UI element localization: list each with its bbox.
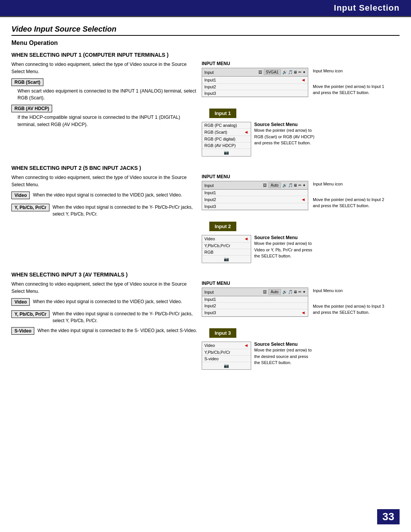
section3-source-row3: S-video — [202, 356, 251, 362]
section2-input-menu-label: INPUT MENU — [202, 174, 400, 179]
section1-row3-label: Input3 — [204, 91, 306, 96]
badge-rgb-avhdcp-desc: If the HDCP-compatible signal source is … — [11, 114, 198, 128]
section1-row-input2: Input2 — [202, 84, 308, 90]
section3-menu-box: Input 🖼 Auto 🔊 🎵 🖥 ✏ ✦ Input1 — [202, 288, 308, 317]
section1-menu-value: SVGA1 — [264, 69, 281, 75]
section2-menu-header-right: 🖼 Auto 🔊 🎵 🖥 ✏ ✦ — [263, 182, 306, 188]
section3-text: When connecting to video equipment, sele… — [11, 281, 198, 295]
section2-annotations: Input Menu icon Move the pointer (red ar… — [313, 181, 389, 209]
section3-source-menu-box: Video ◄ Y,Pb/Cb,Pr/Cr S-video 📷 — [202, 342, 251, 370]
section3-source-label2: Y,Pb/Cb,Pr/Cr — [204, 350, 249, 355]
section1-title: WHEN SELECTING INPUT 1 (COMPUTER INPUT T… — [11, 52, 400, 58]
badge-rgb-avhdcp: RGB (AV HDCP) — [11, 105, 52, 112]
section1-input-menu: INPUT MENU Input 🖼 SVGA1 🔊 🎵 🖥 ✏ ✦ — [202, 61, 400, 99]
section1-left: When connecting to video equipment, sele… — [11, 61, 198, 157]
section1-menu-header-label: Input — [204, 70, 213, 75]
badge3-ypb-desc: When the video input signal is connected… — [53, 310, 198, 324]
section1-source-icon-row: 📷 — [202, 149, 251, 156]
section1-menu-icons: 🔊 🎵 🖥 ✏ ✦ — [282, 70, 306, 74]
section3-row-input1: Input1 — [202, 296, 308, 303]
section2-source-row2: Y,Pb/Cb,Pr/Cr — [202, 243, 251, 249]
section2-right: INPUT MENU Input 🖼 Auto 🔊 🎵 🖥 ✏ ✦ — [202, 174, 400, 263]
section1-right: INPUT MENU Input 🖼 SVGA1 🔊 🎵 🖥 ✏ ✦ — [202, 61, 400, 157]
section1-text: When connecting to video equipment, sele… — [11, 61, 198, 75]
section1-annotations: Input Menu icon Move the pointer (red ar… — [313, 68, 389, 96]
section2-source-label3: RGB — [204, 250, 249, 254]
section3-title: WHEN SELECTING INPUT 3 (AV TERMINALS ) — [11, 272, 400, 278]
section2-source-row3: RGB — [202, 249, 251, 256]
section3-input-menu: INPUT MENU Input 🖼 Auto 🔊 🎵 🖥 ✏ ✦ — [202, 281, 400, 318]
section2-source-menu-box: Video ◄ Y,Pb/Cb,Pr/Cr RGB 📷 — [202, 235, 251, 263]
section2-source-desc: Move the pointer (red arrow) to Video or… — [254, 240, 315, 259]
section1-source-row1: RGB (PC analog) — [202, 122, 251, 129]
section3-row1-label: Input1 — [204, 297, 306, 302]
section2-menu-box: Input 🖼 Auto 🔊 🎵 🖥 ✏ ✦ Input1 — [202, 181, 308, 210]
section3-menu-icon: 🖼 — [263, 290, 267, 294]
section3-annotation1: Input Menu icon — [313, 288, 389, 294]
section2-menu-icon: 🖼 — [263, 183, 267, 187]
section3-source-icon-row: 📷 — [202, 362, 251, 369]
section3-menu-header-label: Input — [204, 290, 213, 294]
section1-source-label4: RGB (AV HDCP) — [204, 143, 249, 148]
section2-menu-value: Auto — [268, 182, 281, 188]
section1-menu-header-right: 🖼 SVGA1 🔊 🎵 🖥 ✏ ✦ — [258, 69, 306, 75]
section2-source-label1: Video — [204, 236, 242, 241]
section2-annotation2: Move the pointer (red arrow) to Input 2 … — [313, 197, 389, 209]
section2-source-menu-label: Source Select Menu — [254, 235, 315, 240]
section1-row1-label: Input1 — [204, 78, 299, 82]
badge2-ypb: Y, Pb/Cb, Pr/Cr — [11, 204, 49, 211]
section1-layout: When connecting to video equipment, sele… — [11, 61, 400, 157]
section2-row2-label: Input2 — [204, 197, 299, 202]
section3-input-menu-label: INPUT MENU — [202, 281, 400, 286]
section1-source-arrow: ◄ — [244, 129, 249, 135]
section2-row1-label: Input1 — [204, 190, 306, 195]
section3-sub-diagram: Input 3 Video ◄ Y,Pb/Cb,Pr/Cr S-video — [202, 326, 400, 370]
section-input2: WHEN SELECTING INPUT 2 (5 BNC INPUT JACK… — [11, 165, 400, 263]
section1-menu-icon: 🖼 — [258, 70, 262, 74]
section3-menu-header-right: 🖼 Auto 🔊 🎵 🖥 ✏ ✦ — [263, 289, 306, 295]
section1-source-label2: RGB (Scart) — [204, 130, 242, 134]
section1-source-desc: Move the pointer (red arrow) to RGB (Sca… — [254, 127, 315, 146]
menu-operation-title: Menu Operation — [11, 40, 400, 46]
section1-source-row3: RGB (PC digital) — [202, 136, 251, 142]
badge-rgb-scart: RGB (Scart) — [11, 78, 43, 86]
section1-menu-box: Input 🖼 SVGA1 🔊 🎵 🖥 ✏ ✦ Input1 ◄ — [202, 68, 308, 97]
section-input1: WHEN SELECTING INPUT 1 (COMPUTER INPUT T… — [11, 52, 400, 157]
section3-source-menu-wrapper: Video ◄ Y,Pb/Cb,Pr/Cr S-video 📷 — [202, 342, 315, 370]
page-header: Input Selection — [0, 0, 411, 17]
section2-row-input3: Input3 — [202, 203, 308, 210]
section3-row-input3: Input3 ◄ — [202, 309, 308, 316]
section1-annotation1: Input Menu icon — [313, 68, 389, 74]
badge3-video: Video — [11, 298, 30, 306]
badge2-video: Video — [11, 192, 30, 199]
section1-source-row2: RGB (Scart) ◄ — [202, 129, 251, 136]
section2-diagram-area: Input 🖼 Auto 🔊 🎵 🖥 ✏ ✦ Input1 — [202, 181, 400, 210]
badge2-video-desc: When the video input signal is connected… — [33, 192, 182, 198]
section3-diagram-area: Input 🖼 Auto 🔊 🎵 🖥 ✏ ✦ Input1 — [202, 288, 400, 317]
badge3-svideo: S-Video — [11, 327, 34, 335]
section3-annotation2: Move the pointer (red arrow) to Input 3 … — [313, 303, 389, 316]
source-camera-icon1: 📷 — [224, 150, 229, 155]
section1-source-label3: RGB (PC digital) — [204, 137, 249, 141]
section3-row3-label: Input3 — [204, 310, 299, 315]
section3-source-annotation: Source Select Menu Move the pointer (red… — [254, 342, 315, 366]
source-camera-icon2: 📷 — [224, 257, 229, 262]
section3-source-row1: Video ◄ — [202, 342, 251, 349]
section-input3: WHEN SELECTING INPUT 3 (AV TERMINALS ) W… — [11, 272, 400, 370]
section3-left: When connecting to video equipment, sele… — [11, 281, 198, 370]
section3-source-row2: Y,Pb/Cb,Pr/Cr — [202, 349, 251, 356]
section2-source-row1: Video ◄ — [202, 235, 251, 243]
page-number: 33 — [377, 509, 400, 524]
section1-menu-header: Input 🖼 SVGA1 🔊 🎵 🖥 ✏ ✦ — [202, 68, 308, 77]
section2-annotation1: Input Menu icon — [313, 181, 389, 187]
section3-source-label1: Video — [204, 343, 242, 348]
section1-diagram-area: Input 🖼 SVGA1 🔊 🎵 🖥 ✏ ✦ Input1 ◄ — [202, 68, 400, 97]
section2-source-arrow: ◄ — [244, 236, 249, 241]
section3-menu-value: Auto — [268, 289, 281, 295]
section3-input-bubble: Input 3 — [209, 328, 236, 338]
section2-title: WHEN SELECTING INPUT 2 (5 BNC INPUT JACK… — [11, 165, 400, 171]
section1-source-menu-wrapper: RGB (PC analog) RGB (Scart) ◄ RGB (PC di… — [202, 122, 315, 157]
section2-arrow: ◄ — [301, 197, 306, 202]
page-content: Video Input Source Selection Menu Operat… — [0, 17, 411, 386]
section2-row-input2: Input2 ◄ — [202, 196, 308, 203]
